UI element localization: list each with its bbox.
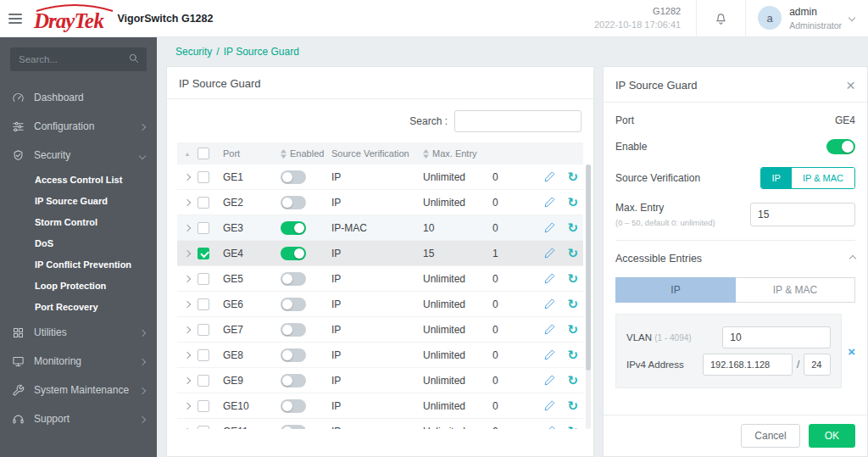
refresh-icon[interactable]: ↻ bbox=[567, 348, 578, 361]
table-row[interactable]: GE8 IP Unlimited 0 ↻ bbox=[177, 343, 583, 368]
select-all-checkbox[interactable] bbox=[198, 148, 209, 159]
sidebar-item-configuration[interactable]: Configuration bbox=[0, 112, 157, 141]
close-icon[interactable]: × bbox=[846, 77, 855, 93]
tab-ip-mac[interactable]: IP & MAC bbox=[736, 277, 855, 303]
enabled-toggle[interactable] bbox=[281, 323, 306, 337]
menu-icon[interactable] bbox=[8, 14, 22, 24]
row-expand-icon[interactable] bbox=[184, 224, 191, 231]
column-header-port[interactable]: Port bbox=[223, 148, 281, 159]
row-expand-icon[interactable] bbox=[184, 427, 191, 429]
refresh-icon[interactable]: ↻ bbox=[567, 298, 578, 310]
sidebar-item-dos[interactable]: DoS bbox=[0, 233, 157, 254]
refresh-icon[interactable]: ↻ bbox=[567, 399, 578, 412]
enabled-toggle[interactable] bbox=[281, 221, 306, 235]
sidebar-item-dashboard[interactable]: Dashboard bbox=[0, 83, 157, 112]
table-row[interactable]: GE11 IP Unlimited 0 ↻ bbox=[177, 419, 583, 429]
refresh-icon[interactable]: ↻ bbox=[567, 272, 578, 285]
enabled-toggle[interactable] bbox=[281, 425, 306, 430]
refresh-icon[interactable]: ↻ bbox=[567, 425, 578, 429]
table-search-input[interactable] bbox=[454, 110, 581, 132]
enabled-toggle[interactable] bbox=[281, 298, 306, 311]
edit-icon[interactable] bbox=[543, 399, 556, 412]
cancel-button[interactable]: Cancel bbox=[741, 424, 799, 448]
column-header-enabled[interactable]: Enabled bbox=[290, 148, 324, 159]
row-checkbox[interactable] bbox=[198, 273, 209, 285]
row-checkbox[interactable] bbox=[198, 324, 209, 336]
table-row[interactable]: GE3 IP-MAC 10 0 ↻ bbox=[177, 215, 583, 241]
row-checkbox[interactable] bbox=[198, 298, 209, 310]
table-row[interactable]: GE7 IP Unlimited 0 ↻ bbox=[177, 317, 583, 343]
sidebar-item-support[interactable]: Support bbox=[0, 404, 157, 433]
sidebar-item-access-control-list[interactable]: Access Control List bbox=[0, 170, 157, 191]
sidebar-search-input[interactable] bbox=[10, 47, 147, 71]
edit-icon[interactable] bbox=[543, 247, 556, 259]
scrollbar-thumb[interactable] bbox=[586, 164, 591, 371]
sidebar-item-system-maintenance[interactable]: System Maintenance bbox=[0, 376, 157, 404]
row-expand-icon[interactable] bbox=[184, 300, 191, 307]
edit-icon[interactable] bbox=[543, 272, 556, 285]
prefix-input[interactable] bbox=[804, 354, 831, 376]
row-expand-icon[interactable] bbox=[184, 351, 191, 358]
user-menu[interactable]: a admin Administrator bbox=[746, 5, 868, 31]
row-expand-icon[interactable] bbox=[184, 376, 191, 383]
sv-option-ip-mac[interactable]: IP & MAC bbox=[792, 168, 854, 188]
sidebar-item-ip-source-guard[interactable]: IP Source Guard bbox=[0, 191, 157, 212]
edit-icon[interactable] bbox=[543, 323, 556, 336]
column-header-source-verification[interactable]: Source Verification bbox=[331, 148, 423, 159]
row-expand-icon[interactable] bbox=[184, 275, 191, 281]
refresh-icon[interactable]: ↻ bbox=[567, 221, 578, 234]
edit-icon[interactable] bbox=[543, 221, 556, 234]
enabled-toggle[interactable] bbox=[281, 374, 306, 387]
sidebar-item-port-recovery[interactable]: Port Recovery bbox=[0, 297, 157, 318]
sidebar-item-ip-conflict-prevention[interactable]: IP Conflict Prevention bbox=[0, 254, 157, 276]
refresh-icon[interactable]: ↻ bbox=[567, 196, 578, 209]
enabled-toggle[interactable] bbox=[281, 196, 306, 209]
sidebar-item-utilities[interactable]: Utilities bbox=[0, 318, 157, 347]
enabled-toggle[interactable] bbox=[281, 272, 306, 286]
sidebar-item-security[interactable]: Security bbox=[0, 141, 157, 170]
edit-icon[interactable] bbox=[543, 196, 556, 209]
row-checkbox[interactable] bbox=[198, 349, 209, 361]
breadcrumb-section[interactable]: Security bbox=[175, 46, 212, 58]
edit-icon[interactable] bbox=[543, 374, 556, 387]
table-row[interactable]: GE4 IP 15 1 ↻ bbox=[177, 241, 583, 266]
column-header-max-entry[interactable]: Max. Entry bbox=[432, 148, 477, 159]
row-checkbox[interactable] bbox=[198, 222, 209, 234]
sort-caret-icon[interactable]: ▲ bbox=[185, 151, 191, 157]
row-expand-icon[interactable] bbox=[184, 198, 191, 205]
row-checkbox[interactable] bbox=[198, 375, 209, 387]
row-checkbox[interactable] bbox=[198, 197, 209, 209]
enabled-toggle[interactable] bbox=[281, 170, 306, 184]
edit-icon[interactable] bbox=[543, 298, 556, 310]
vlan-input[interactable] bbox=[722, 326, 831, 348]
sv-option-ip[interactable]: IP bbox=[761, 168, 792, 188]
notifications-button[interactable] bbox=[697, 11, 745, 25]
refresh-icon[interactable]: ↻ bbox=[567, 323, 578, 336]
collapse-chevron-icon[interactable] bbox=[849, 255, 856, 262]
tab-ip[interactable]: IP bbox=[615, 277, 736, 303]
edit-icon[interactable] bbox=[543, 170, 556, 183]
table-row[interactable]: GE10 IP Unlimited 0 ↻ bbox=[177, 393, 583, 419]
max-entry-input[interactable] bbox=[750, 203, 855, 226]
enable-toggle[interactable] bbox=[826, 139, 855, 154]
enabled-toggle[interactable] bbox=[281, 348, 306, 362]
table-row[interactable]: GE2 IP Unlimited 0 ↻ bbox=[177, 190, 583, 215]
table-row[interactable]: GE1 IP Unlimited 0 ↻ bbox=[177, 164, 583, 190]
edit-icon[interactable] bbox=[543, 425, 556, 429]
row-expand-icon[interactable] bbox=[184, 402, 191, 409]
row-checkbox[interactable] bbox=[198, 248, 209, 259]
sidebar-item-loop-protection[interactable]: Loop Protection bbox=[0, 276, 157, 297]
remove-entry-icon[interactable]: × bbox=[848, 344, 855, 359]
sort-icon[interactable] bbox=[423, 149, 429, 159]
row-checkbox[interactable] bbox=[198, 400, 209, 412]
enabled-toggle[interactable] bbox=[281, 399, 306, 413]
refresh-icon[interactable]: ↻ bbox=[567, 247, 578, 259]
row-expand-icon[interactable] bbox=[184, 326, 191, 332]
ipv4-input[interactable] bbox=[703, 354, 793, 376]
row-checkbox[interactable] bbox=[198, 426, 209, 430]
breadcrumb-page[interactable]: IP Source Guard bbox=[224, 46, 299, 58]
refresh-icon[interactable]: ↻ bbox=[567, 170, 578, 183]
refresh-icon[interactable]: ↻ bbox=[567, 374, 578, 387]
sort-icon[interactable] bbox=[281, 149, 287, 159]
enabled-toggle[interactable] bbox=[281, 247, 306, 260]
